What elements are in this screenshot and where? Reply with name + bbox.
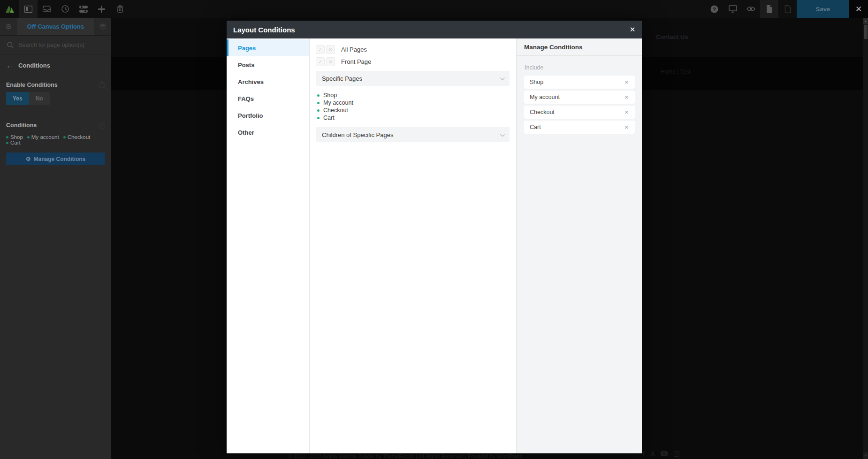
- toolbar-spacer: [129, 0, 705, 18]
- toggles-icon: [79, 6, 88, 13]
- nav-tab-archives[interactable]: Archives: [227, 73, 309, 90]
- nav-tab-other[interactable]: Other: [227, 124, 309, 141]
- children-specific-pages-dropdown[interactable]: Children of Specific Pages: [316, 127, 510, 142]
- builder-close-button[interactable]: ✕: [849, 0, 868, 18]
- preview-scrollbar[interactable]: ▲ ▼: [863, 18, 868, 459]
- nav-tab-faqs[interactable]: FAQs: [227, 90, 309, 107]
- help-button[interactable]: ?: [705, 0, 723, 18]
- active-conditions-list: Shop My account Checkout Cart: [6, 134, 105, 145]
- document-filled-icon: [766, 5, 773, 13]
- gear-icon: ⚙: [6, 23, 12, 31]
- condition-row-front-page: ✓ ✕ Front Page: [316, 57, 510, 66]
- svg-text:?: ?: [713, 6, 716, 12]
- help-icon: ?: [710, 5, 718, 13]
- remove-condition-button[interactable]: ✕: [623, 78, 630, 86]
- options-sidebar: ⚙ Off Canvas Options Search for page opt…: [0, 18, 111, 459]
- scrollbar-down-arrow[interactable]: ▼: [863, 452, 868, 459]
- history-button[interactable]: [56, 0, 74, 18]
- panel-toggle-button[interactable]: [19, 0, 38, 18]
- panel-title: Manage Conditions: [517, 38, 642, 56]
- settings-toggles-button[interactable]: [74, 0, 92, 18]
- enable-conditions-toggle: Yes No: [6, 92, 105, 105]
- exclude-x-button[interactable]: ✕: [326, 45, 335, 54]
- conditions-label: Conditions: [6, 122, 37, 129]
- nav-tab-posts[interactable]: Posts: [227, 56, 309, 73]
- toggle-yes-button[interactable]: Yes: [6, 92, 29, 105]
- condition-tag: Shop: [6, 134, 23, 140]
- preview-toggle-button[interactable]: [742, 0, 760, 18]
- scrollbar-thumb[interactable]: [864, 25, 868, 39]
- search-placeholder: Search for page option(s): [18, 42, 84, 48]
- panel-toggle-icon: [24, 6, 32, 13]
- eye-icon: [746, 6, 755, 12]
- included-condition-card: Checkout ✕: [524, 106, 635, 119]
- included-condition-card: My account ✕: [524, 91, 635, 104]
- exclude-x-button[interactable]: ✕: [326, 57, 335, 66]
- conditions-help-icon[interactable]: ?: [99, 122, 105, 129]
- modal-close-button[interactable]: ✕: [623, 21, 642, 38]
- x-twitter-icon: X: [651, 451, 655, 457]
- youtube-icon: [661, 451, 668, 456]
- nav-tab-pages[interactable]: Pages: [227, 39, 309, 56]
- green-dot-icon: [63, 136, 66, 138]
- include-check-button[interactable]: ✓: [316, 45, 325, 54]
- page-options-outline-button[interactable]: [778, 0, 797, 18]
- sidebar-presets-tab[interactable]: [94, 18, 111, 35]
- toolbar-right-group: ?: [705, 0, 868, 18]
- green-dot-icon: [6, 142, 8, 144]
- plus-icon: [98, 6, 105, 13]
- sidebar-content: ← Conditions Enable Conditions ? Yes No …: [0, 54, 111, 165]
- enable-conditions-label: Enable Conditions: [6, 82, 58, 88]
- green-dot-icon: [317, 94, 320, 97]
- document-outline-icon: [784, 5, 791, 13]
- trash-icon: [117, 5, 123, 13]
- green-dot-icon: [317, 109, 320, 112]
- preview-social-icons: f X: [643, 450, 679, 457]
- library-button[interactable]: [38, 0, 56, 18]
- page-options-search[interactable]: Search for page option(s): [0, 36, 111, 54]
- manage-conditions-panel: Manage Conditions Include Shop ✕ My acco…: [516, 38, 642, 453]
- chevron-down-icon: [500, 132, 505, 137]
- sidebar-settings-tab[interactable]: ⚙: [0, 18, 17, 35]
- scrollbar-up-arrow[interactable]: ▲: [863, 18, 868, 24]
- remove-condition-button[interactable]: ✕: [623, 108, 630, 116]
- avada-logo[interactable]: [0, 0, 19, 18]
- gear-icon: ⚙: [26, 156, 31, 162]
- selected-pages-list: Shop My account Checkout Cart: [317, 92, 510, 122]
- preview-menu-item: Contact Us: [656, 33, 688, 40]
- enable-conditions-help-icon[interactable]: ?: [99, 82, 105, 88]
- history-clock-icon: [61, 5, 69, 13]
- included-condition-card: Shop ✕: [524, 76, 635, 89]
- chevron-down-icon: [500, 76, 505, 80]
- remove-condition-button[interactable]: ✕: [623, 93, 630, 101]
- selected-page-item: Shop: [317, 92, 510, 99]
- preview-breadcrumb: Home | Test: [661, 69, 691, 75]
- avada-builder-screen: ?: [0, 0, 868, 459]
- modal-header: Layout Conditions ✕: [227, 21, 642, 38]
- green-dot-icon: [6, 136, 8, 138]
- preview-footer-copyright: © 2012 - 2020 Avada Website Builder by T…: [289, 453, 522, 459]
- sidebar-title: Off Canvas Options: [17, 18, 94, 35]
- modal-title: Layout Conditions: [233, 26, 295, 34]
- include-check-button[interactable]: ✓: [316, 57, 325, 66]
- save-button[interactable]: Save: [797, 0, 849, 18]
- page-options-filled-button[interactable]: [760, 0, 778, 18]
- facebook-icon: f: [643, 450, 645, 457]
- preview-desktop-button[interactable]: [723, 0, 742, 18]
- selected-page-item: Cart: [317, 114, 510, 122]
- manage-conditions-button[interactable]: ⚙ Manage Conditions: [6, 153, 105, 165]
- condition-tag: My account: [27, 134, 59, 140]
- specific-pages-dropdown[interactable]: Specific Pages: [316, 71, 510, 86]
- search-icon: [7, 42, 14, 48]
- layout-conditions-modal: Layout Conditions ✕ Pages Posts Archives…: [227, 21, 642, 453]
- toggle-no-button[interactable]: No: [29, 92, 50, 105]
- add-element-button[interactable]: [92, 0, 111, 18]
- remove-condition-button[interactable]: ✕: [623, 123, 630, 131]
- back-arrow-icon[interactable]: ←: [6, 62, 13, 69]
- included-condition-card: Cart ✕: [524, 121, 635, 134]
- selected-page-item: Checkout: [317, 107, 510, 114]
- green-dot-icon: [317, 102, 320, 104]
- nav-tab-portfolio[interactable]: Portfolio: [227, 107, 309, 124]
- condition-tag: Checkout: [63, 134, 91, 140]
- trash-button[interactable]: [111, 0, 129, 18]
